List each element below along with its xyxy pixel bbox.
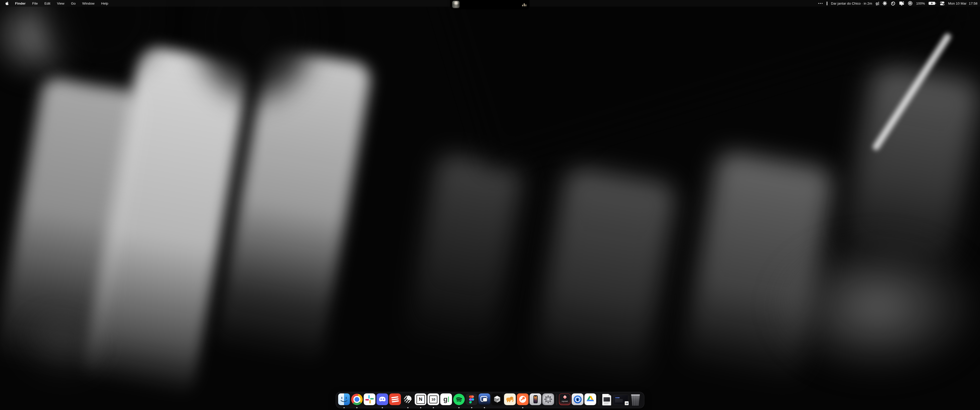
reminder-status-item[interactable]: Dar jantar do Chico · in 2m — [831, 2, 872, 5]
screen-studio-icon — [479, 393, 490, 405]
running-indicator — [458, 407, 460, 408]
notion-icon: N — [415, 393, 426, 405]
1password-icon — [572, 393, 584, 405]
wallpaper-key-4 — [405, 152, 524, 358]
running-indicator — [433, 407, 434, 408]
postman-icon — [517, 393, 528, 405]
raycast-icon: raycast — [559, 393, 571, 405]
wallpaper-shadow-a — [30, 0, 173, 87]
menu-help[interactable]: Help — [101, 2, 108, 5]
dock-3d-cube-app[interactable] — [491, 393, 504, 407]
now-playing-album-art[interactable] — [452, 1, 460, 8]
elephant-icon — [504, 393, 516, 405]
desktop: Finder File Edit View Go Window Help •••… — [0, 0, 980, 410]
figma-icon — [466, 393, 477, 405]
desktop-wallpaper — [0, 0, 980, 410]
dock-figma[interactable] — [465, 393, 478, 407]
clock-time: 17:58 — [969, 2, 977, 5]
menu-bar-clock[interactable]: Mon 10 Mar 17:58 — [948, 2, 977, 5]
dock-chrome[interactable] — [350, 393, 363, 407]
dock-linear[interactable] — [401, 393, 414, 407]
dock-separator — [555, 394, 558, 406]
menu-window[interactable]: Window — [82, 2, 94, 5]
apple-icon — [5, 1, 9, 5]
menu-view[interactable]: View — [57, 2, 64, 5]
display-mirroring-menubar-icon[interactable] — [899, 1, 904, 6]
spotify-icon — [453, 393, 465, 405]
granola-menubar-icon[interactable]: g — [876, 2, 879, 5]
running-indicator — [420, 407, 422, 408]
dock-1password[interactable] — [571, 393, 584, 407]
menu-bar-left: Finder File Edit View Go Window Help — [0, 1, 108, 5]
dock-granola[interactable]: g — [440, 393, 452, 407]
starburst-menubar-icon[interactable] — [883, 1, 887, 6]
running-indicator — [407, 407, 409, 408]
dock-google-drive[interactable] — [584, 393, 597, 407]
google-drive-icon — [584, 393, 596, 405]
menu-go[interactable]: Go — [71, 2, 76, 5]
dock-notion[interactable]: N — [414, 393, 427, 407]
dock-elephant-db-app[interactable] — [504, 393, 516, 407]
notion-calendar-icon: 10 — [428, 393, 439, 405]
dock-trash[interactable] — [628, 393, 642, 407]
dock-todoist[interactable] — [389, 393, 401, 407]
pick-shape-menubar-icon[interactable] — [891, 1, 896, 6]
dock-separator — [597, 394, 600, 406]
granola-icon: g — [440, 393, 452, 405]
control-center-icon[interactable] — [940, 1, 945, 6]
todoist-icon — [389, 393, 401, 405]
1password-menubar-icon[interactable] — [908, 1, 913, 6]
menu-bar-status-area: ••• Dar jantar do Chico · in 2m g 100% — [818, 1, 980, 6]
battery-percentage[interactable]: 100% — [916, 2, 925, 5]
menubar-overflow-dots-icon[interactable]: ••• — [818, 2, 823, 5]
discord-icon — [376, 393, 388, 405]
minimized-window-thumbnail: 10 — [613, 395, 628, 405]
dock-postman[interactable] — [516, 393, 529, 407]
menubar-separator-icon[interactable] — [827, 2, 827, 5]
system-settings-gear-icon — [542, 393, 554, 405]
dock: N 10 g — [336, 392, 644, 408]
document-file-icon — [602, 394, 611, 405]
active-app-menu[interactable]: Finder — [15, 2, 25, 5]
linear-icon — [402, 393, 414, 405]
dock-minimized-window[interactable]: 10 — [613, 393, 628, 407]
finder-icon — [338, 393, 350, 405]
dock-spotify[interactable] — [452, 393, 465, 407]
granola-glyph: g — [876, 2, 878, 5]
battery-charging-icon[interactable] — [928, 1, 936, 5]
dock-iphone-mirroring[interactable] — [529, 393, 542, 407]
clock-date: Mon 10 Mar — [948, 2, 966, 5]
chrome-icon — [351, 393, 363, 405]
dock-finder[interactable] — [338, 393, 350, 407]
menu-file[interactable]: File — [32, 2, 38, 5]
cube-3d-icon — [491, 393, 503, 405]
apple-menu[interactable] — [5, 1, 9, 5]
menu-edit[interactable]: Edit — [45, 2, 50, 5]
audio-equalizer-icon — [522, 3, 527, 6]
iphone-mirroring-icon — [530, 393, 541, 405]
running-indicator — [356, 407, 358, 408]
slack-icon — [364, 393, 375, 405]
dock-raycast[interactable]: raycast — [558, 393, 571, 407]
wallpaper-glow-bottom-right — [773, 237, 980, 375]
notch-now-playing-widget[interactable] — [450, 0, 530, 10]
dock-discord[interactable] — [376, 393, 389, 407]
wallpaper-shadow-b — [184, 0, 327, 112]
minimized-window-app-badge: 10 — [625, 401, 629, 405]
dock-slack[interactable] — [363, 393, 376, 407]
dock-notion-calendar[interactable]: 10 — [427, 393, 440, 407]
trash-icon — [630, 394, 641, 406]
running-indicator — [344, 407, 345, 408]
running-indicator — [484, 407, 485, 408]
running-indicator — [471, 407, 473, 408]
wallpaper-key-5 — [532, 165, 678, 386]
granola-cursor-bar — [878, 2, 879, 5]
running-indicator — [522, 407, 523, 408]
dock-document-file[interactable] — [600, 393, 613, 407]
dock-screen-studio[interactable] — [478, 393, 491, 407]
dock-system-settings[interactable] — [542, 393, 555, 407]
running-indicator — [382, 407, 383, 408]
